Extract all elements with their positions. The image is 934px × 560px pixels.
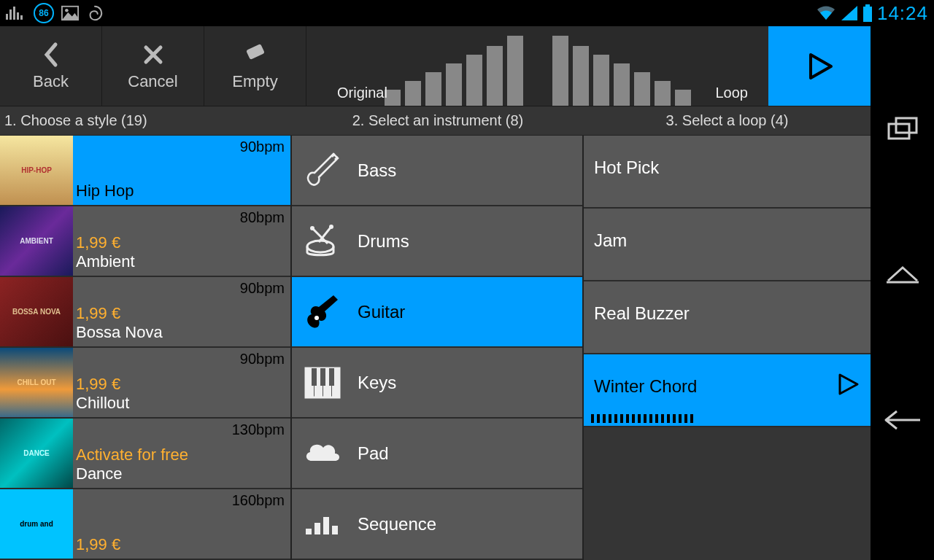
drums-icon bbox=[302, 221, 343, 262]
instrument-row[interactable]: Sequence bbox=[292, 489, 582, 560]
keys-icon bbox=[302, 362, 343, 403]
instrument-row[interactable]: Guitar bbox=[292, 277, 582, 348]
toolbar: Back Cancel Empty Original Loop bbox=[0, 26, 871, 106]
instrument-name: Guitar bbox=[358, 302, 405, 322]
selection-columns: HIP-HOPHip Hop90bpmAMBIENT1,99 €Ambient8… bbox=[0, 136, 871, 560]
back-label: Back bbox=[33, 72, 69, 91]
svg-rect-20 bbox=[314, 523, 320, 534]
style-row[interactable]: HIP-HOPHip Hop90bpm bbox=[0, 136, 290, 206]
step-style: 1. Choose a style (19) bbox=[0, 106, 292, 135]
style-name: Hip Hop bbox=[76, 182, 285, 201]
status-bar: 86 14:24 bbox=[0, 0, 934, 26]
style-thumbnail: BOSSA NOVA bbox=[0, 277, 73, 346]
svg-point-10 bbox=[314, 316, 319, 320]
svg-rect-21 bbox=[323, 517, 329, 534]
clock: 14:24 bbox=[877, 2, 928, 25]
style-row[interactable]: BOSSA NOVA1,99 €Bossa Nova90bpm bbox=[0, 277, 290, 348]
instrument-row[interactable]: Bass bbox=[292, 136, 582, 206]
style-name: Bossa Nova bbox=[76, 323, 285, 342]
pad-icon bbox=[302, 433, 343, 474]
loop-play-icon[interactable] bbox=[835, 372, 860, 401]
loop-row[interactable]: Winter Chord bbox=[584, 354, 871, 427]
svg-point-5 bbox=[307, 241, 333, 252]
loops-column[interactable]: Hot PickJamReal BuzzerWinter Chord bbox=[584, 136, 871, 560]
style-thumbnail: drum and bbox=[0, 489, 73, 559]
style-row[interactable]: CHILL OUT1,99 €Chillout90bpm bbox=[0, 348, 290, 419]
eraser-icon bbox=[242, 42, 269, 68]
instrument-row[interactable]: Pad bbox=[292, 419, 582, 489]
svg-rect-4 bbox=[246, 44, 265, 60]
style-price: 1,99 € bbox=[76, 375, 285, 394]
crossfade-bars bbox=[385, 26, 691, 106]
style-row[interactable]: DANCEActivate for freeDance130bpm bbox=[0, 419, 290, 489]
loop-name: Winter Chord bbox=[594, 376, 697, 397]
style-name: Dance bbox=[76, 464, 285, 483]
style-price: 1,99 € bbox=[76, 304, 285, 323]
style-bpm: 90bpm bbox=[240, 139, 285, 155]
style-thumbnail: CHILL OUT bbox=[0, 348, 73, 417]
style-bpm: 80bpm bbox=[240, 209, 285, 226]
style-price: 1,99 € bbox=[76, 535, 285, 554]
equalizer-icon bbox=[6, 7, 26, 20]
loop-label: Loop bbox=[716, 85, 749, 101]
step-instrument: 2. Select an instrument (8) bbox=[292, 106, 584, 135]
status-badge: 86 bbox=[34, 3, 54, 23]
play-button[interactable] bbox=[768, 26, 871, 106]
svg-rect-23 bbox=[889, 124, 909, 139]
loop-progress bbox=[591, 414, 693, 423]
bass-icon bbox=[302, 150, 343, 191]
svg-rect-22 bbox=[332, 526, 338, 534]
back-button[interactable]: Back bbox=[0, 26, 102, 106]
swirl-icon bbox=[86, 4, 104, 22]
svg-rect-18 bbox=[329, 368, 334, 386]
style-thumbnail: HIP-HOP bbox=[0, 136, 73, 205]
step-tabs: 1. Choose a style (19) 2. Select an inst… bbox=[0, 106, 871, 136]
wifi-icon bbox=[816, 5, 836, 21]
system-nav-bar bbox=[871, 26, 934, 560]
close-icon bbox=[140, 42, 166, 68]
empty-button[interactable]: Empty bbox=[204, 26, 306, 106]
loop-name: Real Buzzer bbox=[594, 303, 690, 324]
instrument-name: Pad bbox=[358, 443, 389, 464]
cancel-label: Cancel bbox=[128, 72, 177, 91]
svg-rect-3 bbox=[863, 7, 872, 22]
style-thumbnail: DANCE bbox=[0, 419, 73, 488]
empty-label: Empty bbox=[232, 72, 277, 91]
original-label: Original bbox=[337, 85, 387, 101]
style-row[interactable]: drum and1,99 €160bpm bbox=[0, 489, 290, 560]
instrument-name: Keys bbox=[358, 373, 396, 393]
svg-point-9 bbox=[329, 225, 333, 229]
play-icon bbox=[802, 49, 837, 84]
signal-icon bbox=[841, 5, 858, 21]
svg-rect-24 bbox=[896, 118, 916, 133]
loop-row[interactable]: Jam bbox=[584, 209, 871, 281]
style-bpm: 130bpm bbox=[232, 421, 285, 438]
svg-point-1 bbox=[65, 9, 69, 12]
instrument-name: Sequence bbox=[358, 514, 436, 534]
style-row[interactable]: AMBIENT1,99 €Ambient80bpm bbox=[0, 206, 290, 277]
instrument-name: Drums bbox=[358, 231, 409, 252]
app-content: Back Cancel Empty Original Loop 1. Choos… bbox=[0, 26, 871, 560]
home-button[interactable] bbox=[884, 260, 922, 289]
loop-name: Jam bbox=[594, 230, 627, 251]
style-name: Chillout bbox=[76, 394, 285, 413]
svg-rect-17 bbox=[320, 368, 325, 386]
style-bpm: 160bpm bbox=[232, 492, 285, 509]
cancel-button[interactable]: Cancel bbox=[102, 26, 204, 106]
style-price: 1,99 € bbox=[76, 233, 285, 252]
svg-rect-16 bbox=[312, 368, 317, 386]
loop-name: Hot Pick bbox=[594, 158, 659, 178]
chevron-left-icon bbox=[38, 42, 64, 68]
loop-row[interactable]: Real Buzzer bbox=[584, 281, 871, 354]
instrument-row[interactable]: Drums bbox=[292, 206, 582, 277]
instrument-name: Bass bbox=[358, 160, 396, 181]
instrument-row[interactable]: Keys bbox=[292, 348, 582, 419]
loop-row[interactable]: Hot Pick bbox=[584, 136, 871, 209]
instruments-column[interactable]: BassDrumsGuitarKeysPadSequence bbox=[292, 136, 584, 560]
back-nav-button[interactable] bbox=[884, 405, 922, 435]
crossfade-display[interactable]: Original Loop bbox=[306, 26, 768, 106]
recent-apps-button[interactable] bbox=[884, 114, 922, 143]
styles-column[interactable]: HIP-HOPHip Hop90bpmAMBIENT1,99 €Ambient8… bbox=[0, 136, 292, 560]
battery-icon bbox=[862, 4, 873, 22]
guitar-icon bbox=[302, 292, 343, 332]
